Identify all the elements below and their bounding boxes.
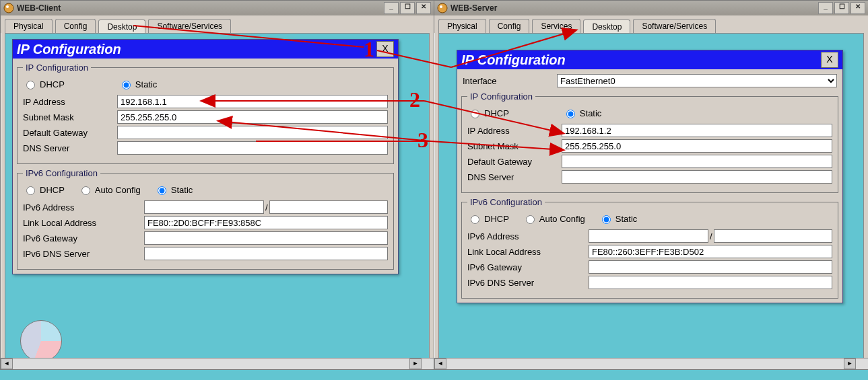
svg-point-2 <box>438 3 447 13</box>
scroll-right-arrow-icon[interactable]: ► <box>844 358 856 369</box>
link-local-input[interactable] <box>144 216 388 229</box>
ip-address-input[interactable] <box>562 124 832 137</box>
dialog-title: IP Configuration <box>461 52 566 68</box>
interface-label: Interface <box>463 76 557 86</box>
annotation-1: 1 <box>364 37 374 62</box>
annotation-2: 2 <box>409 87 420 112</box>
tab-body: IP Configuration X Interface FastEtherne… <box>438 33 864 363</box>
ipv6-configuration-group: IPv6 Configuration DHCP Auto Config Stat… <box>461 197 838 299</box>
horizontal-scrollbar[interactable]: ◄ ► <box>1 358 422 369</box>
tab-strip: Physical Config Desktop Software/Service… <box>1 15 434 33</box>
ipv6-gateway-label: IPv6 Gateway <box>467 262 589 272</box>
ipv6-gateway-label: IPv6 Gateway <box>23 233 144 243</box>
minimize-button[interactable]: _ <box>818 2 833 14</box>
tab-strip: Physical Config Services Desktop Softwar… <box>434 15 868 33</box>
radio-ipv6-auto[interactable]: Auto Config <box>523 213 585 224</box>
svg-point-3 <box>440 5 442 8</box>
scroll-left-arrow-icon[interactable]: ◄ <box>434 358 446 369</box>
titlebar-web-server[interactable]: WEB-Server _ ☐ ✕ <box>434 1 868 15</box>
tab-software[interactable]: Software/Services <box>148 19 231 33</box>
ip-config-dialog: IP Configuration X IP Configuration DHCP… <box>12 39 399 274</box>
minimize-button[interactable]: _ <box>384 2 399 14</box>
radio-ipv6-dhcp[interactable]: DHCP <box>23 184 65 195</box>
subnet-mask-label: Subnet Mask <box>467 141 562 151</box>
radio-static[interactable]: Static <box>563 108 602 118</box>
ipv6-config-legend: IPv6 Configuration <box>23 168 100 178</box>
annotation-3: 3 <box>418 128 428 153</box>
radio-dhcp[interactable]: DHCP <box>23 79 65 89</box>
tab-desktop[interactable]: Desktop <box>98 20 145 34</box>
app-icon <box>3 3 14 13</box>
default-gateway-input[interactable] <box>117 126 388 139</box>
ip-address-label: IP Address <box>23 97 117 107</box>
subnet-mask-label: Subnet Mask <box>23 112 117 122</box>
link-local-label: Link Local Address <box>23 218 144 228</box>
close-window-button[interactable]: ✕ <box>850 2 865 14</box>
resize-grip[interactable] <box>421 358 434 369</box>
ipv6-address-input[interactable] <box>144 200 264 214</box>
dns-server-label: DNS Server <box>23 143 117 153</box>
ipv6-configuration-group: IPv6 Configuration DHCP Auto Config Stat… <box>17 168 394 270</box>
close-window-button[interactable]: ✕ <box>416 2 431 14</box>
radio-dhcp[interactable]: DHCP <box>467 108 509 118</box>
ipv6-prefix-input[interactable] <box>714 229 832 243</box>
ipv6-prefix-input[interactable] <box>269 200 388 214</box>
window-title: WEB-Server <box>450 3 497 13</box>
dialog-titlebar[interactable]: IP Configuration X <box>13 40 398 59</box>
svg-point-0 <box>4 3 13 13</box>
ipv6-gateway-input[interactable] <box>144 231 388 245</box>
tab-services[interactable]: Services <box>532 19 580 33</box>
app-icon <box>437 3 448 13</box>
resize-grip[interactable] <box>855 358 868 369</box>
radio-ipv6-static[interactable]: Static <box>599 213 638 224</box>
tab-config[interactable]: Config <box>55 19 96 33</box>
tab-physical[interactable]: Physical <box>438 19 486 33</box>
default-gateway-label: Default Gateway <box>23 128 117 138</box>
ip-configuration-group: IP Configuration DHCP Static IP Address … <box>461 91 838 193</box>
horizontal-scrollbar[interactable]: ◄ ► <box>434 358 856 369</box>
scroll-left-arrow-icon[interactable]: ◄ <box>1 358 13 369</box>
default-gateway-input[interactable] <box>562 155 832 168</box>
window-web-server: WEB-Server _ ☐ ✕ Physical Config Service… <box>434 0 868 370</box>
titlebar-web-client[interactable]: WEB-Client _ ☐ ✕ <box>1 1 434 15</box>
subnet-mask-input[interactable] <box>562 139 832 153</box>
ipv6-dns-input[interactable] <box>589 276 832 289</box>
ip-address-label: IP Address <box>467 126 562 136</box>
dialog-titlebar[interactable]: IP Configuration X <box>457 50 842 69</box>
traffic-generator-icon[interactable] <box>20 320 62 362</box>
radio-static[interactable]: Static <box>119 79 158 89</box>
ipv6-gateway-input[interactable] <box>589 260 832 274</box>
maximize-button[interactable]: ☐ <box>834 2 849 14</box>
tab-software[interactable]: Software/Services <box>633 19 716 33</box>
ip-configuration-group: IP Configuration DHCP Static IP Address … <box>17 63 394 164</box>
close-dialog-button[interactable]: X <box>376 41 394 57</box>
radio-ipv6-static[interactable]: Static <box>154 184 193 195</box>
tab-config[interactable]: Config <box>489 19 530 33</box>
dns-server-input[interactable] <box>117 141 388 155</box>
window-title: WEB-Client <box>17 3 61 13</box>
ipv6-address-input[interactable] <box>589 229 708 243</box>
ipv6-dns-input[interactable] <box>144 247 388 260</box>
svg-point-1 <box>6 5 9 8</box>
dialog-title: IP Configuration <box>17 42 121 57</box>
radio-ipv6-auto[interactable]: Auto Config <box>78 184 141 195</box>
ipv6-config-legend: IPv6 Configuration <box>467 197 545 207</box>
link-local-label: Link Local Address <box>467 247 589 257</box>
radio-ipv6-dhcp[interactable]: DHCP <box>467 213 509 224</box>
ipv6-dns-label: IPv6 DNS Server <box>23 249 144 259</box>
slash: / <box>265 202 268 213</box>
link-local-input[interactable] <box>589 245 832 258</box>
tab-desktop[interactable]: Desktop <box>583 20 630 34</box>
ipv6-address-label: IPv6 Address <box>467 231 589 241</box>
tab-physical[interactable]: Physical <box>5 19 53 33</box>
scroll-right-arrow-icon[interactable]: ► <box>409 358 422 369</box>
ip-config-legend: IP Configuration <box>23 63 91 73</box>
ip-address-input[interactable] <box>117 95 388 108</box>
subnet-mask-input[interactable] <box>117 110 388 124</box>
close-dialog-button[interactable]: X <box>821 52 838 68</box>
interface-select[interactable]: FastEthernet0 <box>557 74 837 87</box>
maximize-button[interactable]: ☐ <box>400 2 415 14</box>
slash: / <box>710 231 712 241</box>
dns-server-input[interactable] <box>562 170 832 184</box>
ip-config-legend: IP Configuration <box>467 91 535 102</box>
